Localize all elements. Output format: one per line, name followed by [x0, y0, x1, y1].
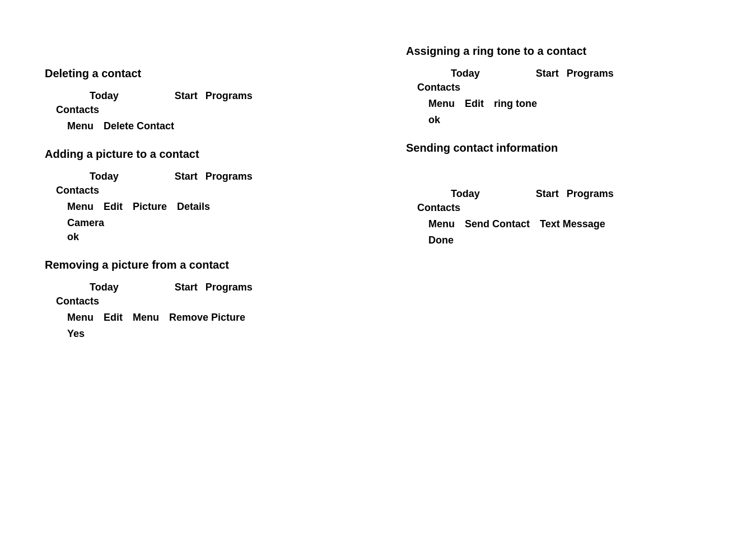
- programs-label-3: Programs: [206, 282, 253, 293]
- send-contact-item: Send Contact: [465, 218, 530, 230]
- title-adding-picture: Adding a picture to a contact: [45, 148, 350, 161]
- start-label-r1: Start: [536, 68, 559, 79]
- programs-label-1: Programs: [206, 90, 253, 102]
- left-column: Deleting a contact Today Start Programs …: [45, 34, 350, 500]
- menu-row-3: Menu Edit Menu Remove Picture: [67, 312, 350, 324]
- programs-label-r1: Programs: [567, 68, 614, 79]
- today-label-r2: Today: [451, 188, 480, 200]
- details-item-2: Details: [177, 201, 210, 213]
- edit-item-2: Edit: [104, 201, 123, 213]
- contacts-label-r1: Contacts: [417, 82, 460, 93]
- page-container: Deleting a contact Today Start Programs …: [0, 0, 756, 534]
- nav-row-2: Today Start Programs: [90, 171, 350, 182]
- menu-item-2: Menu: [67, 201, 94, 213]
- text-message-item: Text Message: [540, 218, 605, 230]
- start-label-1: Start: [175, 90, 198, 102]
- contacts-row-2: Contacts: [56, 185, 350, 196]
- yes-item: Yes: [67, 328, 350, 340]
- start-label-3: Start: [175, 282, 198, 293]
- today-label-2: Today: [90, 171, 119, 182]
- done-item: Done: [428, 235, 711, 246]
- today-label-r1: Today: [451, 68, 480, 79]
- menu-item-3b: Menu: [133, 312, 159, 324]
- menu-row-r2: Menu Send Contact Text Message: [428, 218, 711, 230]
- ring-tone-item: ring tone: [494, 98, 537, 110]
- menu-row-r1: Menu Edit ring tone: [428, 98, 711, 110]
- menu-item-3: Menu: [67, 312, 94, 324]
- nav-row-3: Today Start Programs: [90, 282, 350, 293]
- edit-item-3: Edit: [104, 312, 123, 324]
- today-label-1: Today: [90, 90, 119, 102]
- nav-row-r1: Today Start Programs: [451, 68, 711, 79]
- contacts-label-r2: Contacts: [417, 202, 460, 214]
- section-removing-picture: Removing a picture from a contact Today …: [45, 259, 350, 340]
- edit-item-r1: Edit: [465, 98, 484, 110]
- today-label-3: Today: [90, 282, 119, 293]
- menu-row-2: Menu Edit Picture Details: [67, 201, 350, 213]
- start-label-r2: Start: [536, 188, 559, 200]
- ok-item-2: ok: [67, 231, 350, 243]
- menu-item-r2: Menu: [428, 218, 455, 230]
- delete-contact-item: Delete Contact: [104, 120, 174, 132]
- contacts-row-r2: Contacts: [417, 202, 711, 214]
- right-column: Assigning a ring tone to a contact Today…: [406, 34, 711, 500]
- section-ring-tone: Assigning a ring tone to a contact Today…: [406, 45, 711, 126]
- programs-label-2: Programs: [206, 171, 253, 182]
- title-deleting: Deleting a contact: [45, 67, 350, 80]
- contacts-label-1: Contacts: [56, 104, 99, 116]
- camera-item: Camera: [67, 217, 350, 229]
- contacts-row-1: Contacts: [56, 104, 350, 116]
- section-sending-contact: Sending contact information Today Start …: [406, 142, 711, 246]
- contacts-label-3: Contacts: [56, 296, 99, 307]
- contacts-row-r1: Contacts: [417, 82, 711, 93]
- title-removing-picture: Removing a picture from a contact: [45, 259, 350, 271]
- picture-item-2: Picture: [133, 201, 167, 213]
- title-ring-tone: Assigning a ring tone to a contact: [406, 45, 711, 58]
- section-deleting: Deleting a contact Today Start Programs …: [45, 67, 350, 132]
- nav-row-1: Today Start Programs: [90, 90, 350, 102]
- contacts-label-2: Contacts: [56, 185, 99, 196]
- programs-label-r2: Programs: [567, 188, 614, 200]
- ok-item-r1: ok: [428, 114, 711, 126]
- menu-row-1: Menu Delete Contact: [67, 120, 350, 132]
- title-sending-contact: Sending contact information: [406, 142, 711, 154]
- contacts-row-3: Contacts: [56, 296, 350, 307]
- remove-picture-item: Remove Picture: [169, 312, 245, 324]
- menu-item-r1: Menu: [428, 98, 455, 110]
- start-label-2: Start: [175, 171, 198, 182]
- menu-item-1: Menu: [67, 120, 94, 132]
- section-adding-picture: Adding a picture to a contact Today Star…: [45, 148, 350, 243]
- nav-row-r2: Today Start Programs: [451, 188, 711, 200]
